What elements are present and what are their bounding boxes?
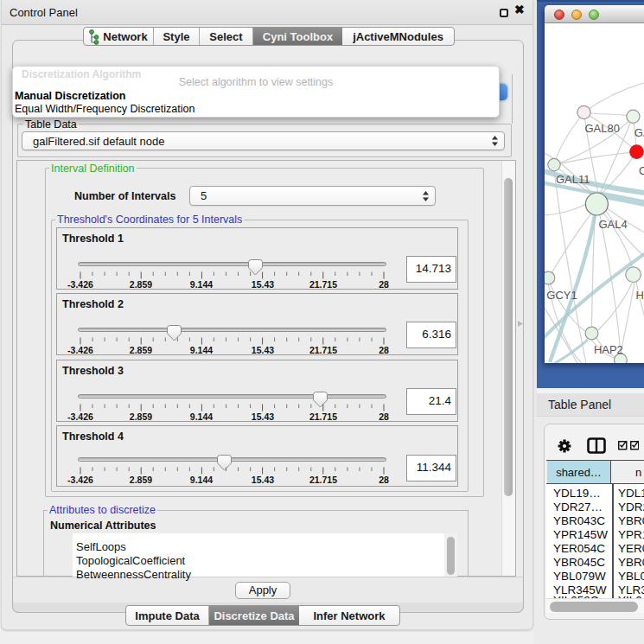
svg-text:H: H	[636, 289, 644, 302]
svg-text:GAL80: GAL80	[585, 122, 620, 135]
svg-text:GA: GA	[634, 126, 644, 139]
svg-text:HAP2: HAP2	[594, 343, 623, 356]
svg-text:C: C	[639, 164, 644, 177]
svg-text:GAL11: GAL11	[556, 173, 590, 186]
svg-text:GAL4: GAL4	[598, 218, 627, 231]
svg-text:GCY1: GCY1	[546, 289, 577, 302]
